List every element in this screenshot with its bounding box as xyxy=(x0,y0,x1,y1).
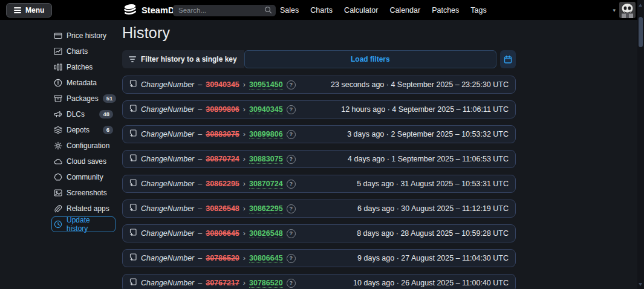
nav-sales[interactable]: Sales xyxy=(280,6,299,15)
nav-calculator[interactable]: Calculator xyxy=(344,6,378,15)
changelist-icon xyxy=(129,154,137,164)
new-changenumber-link[interactable]: 30951450 xyxy=(249,80,283,89)
sidebar-item-update-history[interactable]: Update history xyxy=(51,216,115,232)
sidebar-label: Update history xyxy=(67,216,113,233)
new-changenumber-link[interactable]: 30862295 xyxy=(249,204,283,213)
help-icon[interactable]: ? xyxy=(287,254,296,263)
vertical-scrollbar[interactable] xyxy=(637,0,644,289)
new-changenumber-link[interactable]: 30870724 xyxy=(249,180,283,189)
change-timestamp: 8 days ago · 28 August 2025 – 10:59:28 U… xyxy=(357,229,509,238)
old-changenumber-link[interactable]: 30862295 xyxy=(206,180,239,188)
history-row: ChangeNumber – 30870724 › 30883075 ? 4 d… xyxy=(122,150,516,168)
scrollbar-thumb[interactable] xyxy=(639,17,643,47)
sidebar-item-dlcs[interactable]: DLCs 48 xyxy=(51,106,115,122)
steamdb-logo[interactable]: SteamDB xyxy=(123,0,181,20)
scroll-down-arrow-icon[interactable] xyxy=(639,283,642,286)
help-icon[interactable]: ? xyxy=(287,229,296,238)
sidebar-item-related-apps[interactable]: Related apps xyxy=(51,201,115,216)
old-changenumber-link[interactable]: 30940345 xyxy=(206,80,239,89)
calendar-button[interactable] xyxy=(500,50,516,68)
sidebar-label: Patches xyxy=(67,63,93,71)
sidebar-label: Metadata xyxy=(67,79,97,87)
old-changenumber-link[interactable]: 30786520 xyxy=(206,254,239,262)
calendar-icon xyxy=(504,55,512,64)
changelist-icon xyxy=(129,104,137,115)
nav-patches[interactable]: Patches xyxy=(432,6,459,15)
package-box-icon xyxy=(54,94,62,103)
change-timestamp: 4 days ago · 1 September 2025 – 11:06:53… xyxy=(348,155,509,163)
sidebar-item-screenshots[interactable]: Screenshots xyxy=(51,185,115,201)
old-changenumber-link[interactable]: 30870724 xyxy=(206,155,239,163)
change-key: ChangeNumber xyxy=(141,204,194,213)
old-changenumber-link[interactable]: 30899806 xyxy=(206,105,239,114)
chart-line-icon xyxy=(54,47,62,56)
scroll-up-arrow-icon[interactable] xyxy=(639,4,642,7)
new-changenumber-link[interactable]: 30940345 xyxy=(249,105,283,114)
help-icon[interactable]: ? xyxy=(287,130,296,139)
new-changenumber-link[interactable]: 30806645 xyxy=(249,254,283,263)
change-key: ChangeNumber xyxy=(141,254,194,262)
sidebar-label: Screenshots xyxy=(67,189,107,197)
old-changenumber-link[interactable]: 30826548 xyxy=(206,204,239,213)
old-changenumber-link[interactable]: 30767217 xyxy=(206,279,239,287)
help-icon[interactable]: ? xyxy=(287,80,296,89)
changelist-icon xyxy=(129,178,137,189)
changelist-icon xyxy=(129,129,137,140)
sidebar-item-price-history[interactable]: Price history xyxy=(51,28,115,44)
sidebar-item-patches[interactable]: Patches xyxy=(51,59,115,75)
arrow-separator: › xyxy=(243,155,246,163)
menu-button[interactable]: Menu xyxy=(6,3,52,18)
account-menu[interactable]: ▾ xyxy=(613,0,636,20)
new-changenumber-link[interactable]: 30786520 xyxy=(249,279,283,288)
new-changenumber-link[interactable]: 30826548 xyxy=(249,229,283,238)
sidebar-item-charts[interactable]: Charts xyxy=(51,44,115,59)
change-entry: ChangeNumber – 30767217 › 30786520 ? xyxy=(129,278,296,288)
change-key: ChangeNumber xyxy=(141,279,194,287)
sidebar-item-depots[interactable]: Depots 6 xyxy=(51,122,115,138)
dash-separator: – xyxy=(198,204,202,213)
nav-tags[interactable]: Tags xyxy=(470,6,486,15)
sidebar-label: Charts xyxy=(67,47,88,56)
menu-button-label: Menu xyxy=(25,6,44,15)
nav-charts[interactable]: Charts xyxy=(310,6,333,15)
help-icon[interactable]: ? xyxy=(287,279,296,288)
dash-separator: – xyxy=(198,180,202,188)
help-icon[interactable]: ? xyxy=(287,105,296,114)
new-changenumber-link[interactable]: 30883075 xyxy=(249,155,283,164)
sidebar-label: Cloud saves xyxy=(67,157,106,166)
sidebar-item-packages[interactable]: Packages 51 xyxy=(51,91,115,106)
change-key: ChangeNumber xyxy=(141,229,194,238)
main-content: History Filter history to a single key L… xyxy=(122,24,516,289)
change-key: ChangeNumber xyxy=(141,105,194,114)
search-input[interactable] xyxy=(173,5,276,16)
sidebar-item-metadata[interactable]: Metadata xyxy=(51,75,115,91)
sidebar-label: Packages xyxy=(67,94,99,103)
old-changenumber-link[interactable]: 30806645 xyxy=(206,229,239,238)
change-entry: ChangeNumber – 30870724 › 30883075 ? xyxy=(129,154,296,164)
history-row: ChangeNumber – 30806645 › 30826548 ? 8 d… xyxy=(122,224,516,242)
sidebar-item-configuration[interactable]: Configuration xyxy=(51,138,115,154)
sidebar-label: Configuration xyxy=(67,141,109,150)
top-navbar: Menu SteamDB Sales Charts Calculator xyxy=(0,0,644,20)
help-icon[interactable]: ? xyxy=(287,180,296,189)
dash-separator: – xyxy=(198,279,202,287)
info-circle-icon xyxy=(54,79,62,87)
change-entry: ChangeNumber – 30862295 › 30870724 ? xyxy=(129,178,296,189)
sidebar-item-cloud-saves[interactable]: Cloud saves xyxy=(51,154,115,169)
nav-calendar[interactable]: Calendar xyxy=(389,6,420,15)
help-icon[interactable]: ? xyxy=(287,155,296,164)
dash-separator: – xyxy=(198,254,202,262)
arrow-separator: › xyxy=(243,105,246,114)
history-row: ChangeNumber – 30862295 › 30870724 ? 5 d… xyxy=(122,175,516,193)
sidebar-item-community[interactable]: Community xyxy=(51,169,115,185)
help-icon[interactable]: ? xyxy=(287,204,296,213)
change-entry: ChangeNumber – 30806645 › 30826548 ? xyxy=(129,228,296,239)
arrow-separator: › xyxy=(243,80,246,89)
chevron-down-icon: ▾ xyxy=(613,7,616,13)
sidebar-label: Community xyxy=(67,173,103,181)
new-changenumber-link[interactable]: 30899806 xyxy=(249,130,283,139)
arrow-separator: › xyxy=(243,279,246,287)
old-changenumber-link[interactable]: 30883075 xyxy=(206,130,239,138)
steamdb-logo-icon xyxy=(123,4,137,17)
load-filters-button[interactable]: Load filters xyxy=(244,50,496,68)
